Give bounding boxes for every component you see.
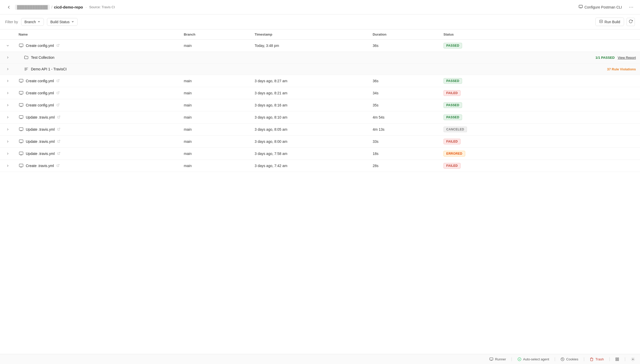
refresh-button[interactable] xyxy=(627,18,635,26)
expand-chevron[interactable] xyxy=(5,127,10,132)
expand-chevron[interactable] xyxy=(5,151,10,156)
status-badge: PASSED xyxy=(444,78,462,84)
status-cell: PASSED xyxy=(439,40,522,52)
expand-col-header xyxy=(0,29,14,40)
sub-expand-chevron[interactable] xyxy=(5,67,10,72)
svg-point-28 xyxy=(562,359,562,359)
expand-chevron[interactable] xyxy=(5,139,10,144)
name-cell: Create config.yml xyxy=(14,40,180,52)
footer-sep-5: | xyxy=(625,357,626,361)
run-build-button[interactable]: Run Build xyxy=(595,18,624,26)
svg-line-18 xyxy=(59,128,60,129)
external-link-icon[interactable] xyxy=(56,164,60,168)
build-icon xyxy=(19,127,24,132)
sub-expand-chevron[interactable] xyxy=(5,55,10,60)
svg-rect-25 xyxy=(490,358,493,360)
expand-chevron[interactable] xyxy=(5,103,10,108)
passed-count: 1/1 PASSED xyxy=(595,56,614,60)
sub-actions-cell: 1/1 PASSED View Report xyxy=(522,52,640,63)
branch-cell: main xyxy=(180,148,251,160)
name-cell: Create config.yml xyxy=(14,87,180,99)
row-name: Create config.yml xyxy=(26,79,54,83)
cookies-icon xyxy=(561,357,565,361)
external-link-icon[interactable] xyxy=(57,152,60,156)
expand-cell xyxy=(0,148,14,160)
actions-cell xyxy=(522,40,640,52)
external-link-icon[interactable] xyxy=(57,140,60,144)
external-link-icon[interactable] xyxy=(57,128,60,131)
trash-footer-item[interactable]: Trash xyxy=(590,357,604,361)
expand-chevron[interactable] xyxy=(5,90,10,96)
runner-icon xyxy=(489,357,494,361)
svg-line-4 xyxy=(58,44,59,46)
svg-rect-13 xyxy=(19,103,23,106)
grid-icon xyxy=(615,357,619,361)
external-link-icon[interactable] xyxy=(56,44,60,48)
svg-rect-32 xyxy=(618,358,619,359)
run-build-label: Run Build xyxy=(604,20,620,24)
svg-rect-21 xyxy=(19,152,23,155)
actions-cell xyxy=(522,111,640,123)
svg-line-20 xyxy=(59,140,60,142)
build-icon xyxy=(19,151,24,156)
branch-col-header: Branch xyxy=(180,29,251,40)
footer-sep-1: | xyxy=(511,357,512,361)
settings-footer-item[interactable] xyxy=(631,357,635,361)
expand-cell xyxy=(0,160,14,172)
cookies-footer-item[interactable]: Cookies xyxy=(561,357,578,361)
more-options-button[interactable]: ··· xyxy=(628,4,635,11)
external-link-icon[interactable] xyxy=(57,115,60,119)
svg-point-30 xyxy=(563,358,563,359)
duration-cell: 36s xyxy=(368,40,439,52)
svg-rect-34 xyxy=(618,359,619,360)
timestamp-cell: 3 days ago, 7:58 am xyxy=(250,148,368,160)
name-cell: Create .travis.yml xyxy=(14,160,180,172)
status-cell: PASSED xyxy=(439,75,522,87)
table-header-row: Name Branch Timestamp Duration Status xyxy=(0,29,640,40)
configure-postman-cli-button[interactable]: Configure Postman CLI xyxy=(576,3,625,11)
external-link-icon[interactable] xyxy=(56,103,60,107)
grid-footer-item[interactable] xyxy=(615,357,619,361)
api-icon xyxy=(24,67,29,72)
branch-cell: main xyxy=(180,75,251,87)
status-cell: FAILED xyxy=(439,160,522,172)
expand-chevron[interactable] xyxy=(5,163,10,168)
sub-row-name: Demo API 1 - TravisCI xyxy=(31,67,67,71)
svg-rect-17 xyxy=(19,128,23,130)
branch-filter-dropdown[interactable]: Branch xyxy=(21,18,44,26)
sub-status-cell xyxy=(439,52,522,63)
play-icon xyxy=(599,20,603,24)
build-icon xyxy=(19,78,24,84)
sub-branch-cell xyxy=(180,63,251,75)
back-button[interactable] xyxy=(5,4,12,11)
expand-chevron[interactable] xyxy=(5,78,10,84)
svg-line-10 xyxy=(58,79,59,81)
timestamp-cell: Today, 3:48 pm xyxy=(250,40,368,52)
trash-icon xyxy=(590,357,594,361)
duration-cell: 4m 13s xyxy=(368,123,439,136)
svg-line-12 xyxy=(58,92,59,93)
status-badge: FAILED xyxy=(444,90,461,96)
view-report-link[interactable]: View Report xyxy=(618,56,636,60)
svg-rect-23 xyxy=(19,164,23,167)
row-name: Update .travis.yml xyxy=(26,152,55,156)
table-row: Update .travis.yml main 3 days ago, 8:10… xyxy=(0,111,640,123)
external-link-icon[interactable] xyxy=(56,91,60,95)
status-cell: FAILED xyxy=(439,87,522,99)
status-col-header: Status xyxy=(439,29,522,40)
build-status-filter-dropdown[interactable]: Build Status xyxy=(47,18,78,26)
build-icon xyxy=(19,139,24,144)
runner-footer-item[interactable]: Runner xyxy=(489,357,506,361)
auto-select-agent-footer-item[interactable]: Auto-select agent xyxy=(517,357,549,361)
duration-cell: 34s xyxy=(368,87,439,99)
svg-line-24 xyxy=(58,164,59,166)
actions-cell xyxy=(522,160,640,172)
expand-chevron[interactable] xyxy=(5,43,10,48)
name-cell: Update .travis.yml xyxy=(14,136,180,148)
svg-rect-15 xyxy=(19,115,23,118)
sub-timestamp-cell xyxy=(250,52,368,63)
build-icon xyxy=(19,163,24,168)
external-link-icon[interactable] xyxy=(56,79,60,83)
branch-filter-label: Branch xyxy=(24,20,36,24)
expand-chevron[interactable] xyxy=(5,115,10,120)
